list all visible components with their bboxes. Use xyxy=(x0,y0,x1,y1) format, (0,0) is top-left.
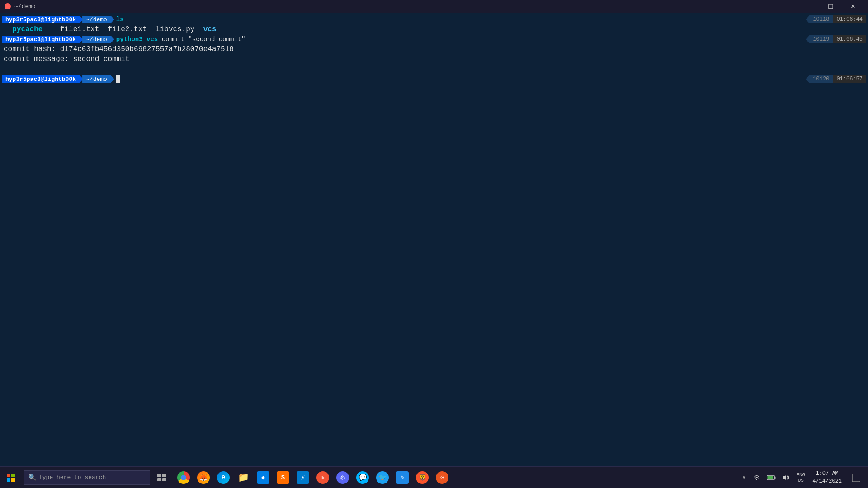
line-num-1: 10118 xyxy=(806,15,833,23)
git-icon: ❋ xyxy=(316,471,329,484)
prompt-user-1: hyp3r5pac3@lightb00k xyxy=(2,16,83,23)
line-time-1: 01:06:44 xyxy=(833,15,866,23)
terminal-line-1: hyp3r5pac3@lightb00k ~/demo ls 10118 01:… xyxy=(2,14,866,24)
windows-icon xyxy=(6,473,15,482)
file-libvcs: libvcs.py xyxy=(156,25,194,33)
terminal-window[interactable]: ~/demo — ☐ ✕ hyp3r5pac3@lightb00k ~/demo… xyxy=(0,0,868,447)
commit-message-text: commit message: second commit xyxy=(4,55,129,63)
start-button[interactable] xyxy=(0,467,22,488)
tray-network[interactable] xyxy=(750,468,764,488)
search-placeholder-text: Type here to search xyxy=(39,474,106,481)
region-text: US xyxy=(798,478,804,483)
prompt-user-3: hyp3r5pac3@lightb00k xyxy=(2,36,83,43)
taskbar-sublime[interactable]: S xyxy=(273,467,293,488)
taskbar-chrome[interactable] xyxy=(174,467,193,488)
svg-rect-5 xyxy=(162,474,166,477)
clock-date: 4/14/2021 xyxy=(812,478,842,485)
notification-icon xyxy=(852,474,860,482)
tray-clock[interactable]: 1:07 AM 4/14/2021 xyxy=(809,467,845,488)
dropbox-icon: ◆ xyxy=(257,471,269,484)
discord-icon: ⚙ xyxy=(336,471,349,484)
commit-hash-text: commit hash: d174c63fb456d350b69827557a7… xyxy=(4,45,234,53)
taskbar-twitter[interactable]: 🐦 xyxy=(373,467,392,488)
line-meta-3: 10119 01:06:45 xyxy=(806,35,866,43)
line-num-3: 10119 xyxy=(806,35,833,43)
window-title: ~/demo xyxy=(14,3,36,10)
svg-rect-1 xyxy=(11,474,15,477)
line-meta-7: 10120 01:06:57 xyxy=(806,75,866,83)
language-text: ENG xyxy=(796,472,805,478)
edge-icon: e xyxy=(217,471,230,484)
file-file2: file2.txt xyxy=(108,25,146,33)
chevron-up-icon: ∧ xyxy=(742,474,745,481)
tray-language[interactable]: ENG US xyxy=(793,467,808,488)
taskbar-brave[interactable]: 🦁 xyxy=(412,467,432,488)
tray-battery[interactable] xyxy=(764,468,778,488)
tray-expand[interactable]: ∧ xyxy=(738,468,749,488)
task-view-icon xyxy=(157,474,166,481)
messenger-icon: 💬 xyxy=(356,471,369,484)
maximize-button[interactable]: ☐ xyxy=(820,0,841,13)
taskbar-gitapp[interactable]: ❋ xyxy=(313,467,333,488)
active-cursor[interactable] xyxy=(116,75,120,83)
cmd-ls: ls xyxy=(116,16,124,23)
svg-rect-9 xyxy=(775,476,776,479)
svg-rect-6 xyxy=(157,478,161,481)
line-meta-1: 10118 01:06:44 xyxy=(806,15,866,23)
taskbar-ubuntu[interactable]: ⊙ xyxy=(432,467,452,488)
prompt-3: hyp3r5pac3@lightb00k ~/demo xyxy=(2,36,114,43)
task-view-button[interactable] xyxy=(152,467,172,488)
minimize-button[interactable]: — xyxy=(797,0,818,13)
file-file1: file1.txt xyxy=(60,25,99,33)
terminal-body[interactable]: hyp3r5pac3@lightb00k ~/demo ls 10118 01:… xyxy=(0,13,868,86)
terminal-line-4: commit hash: d174c63fb456d350b69827557a7… xyxy=(2,44,866,54)
title-bar: ~/demo — ☐ ✕ xyxy=(0,0,868,13)
terminal-icon xyxy=(5,3,11,9)
battery-icon xyxy=(767,475,776,480)
sublime-icon: S xyxy=(277,471,289,484)
brave-icon: 🦁 xyxy=(416,471,429,484)
prompt-7: hyp3r5pac3@lightb00k ~/demo xyxy=(2,75,114,83)
svg-rect-4 xyxy=(157,474,161,477)
taskbar-messenger[interactable]: 💬 xyxy=(353,467,373,488)
vscode-icon: ⚡ xyxy=(297,471,309,484)
taskbar-joplin[interactable]: ✎ xyxy=(392,467,412,488)
volume-icon xyxy=(782,474,789,481)
taskbar-edge[interactable]: e xyxy=(213,467,233,488)
svg-rect-0 xyxy=(7,474,10,477)
twitter-icon: 🐦 xyxy=(376,471,389,484)
cursor-block xyxy=(116,75,120,83)
taskbar-search[interactable]: 🔍 Type here to search xyxy=(24,470,150,485)
empty-line xyxy=(4,65,8,73)
prompt-user-7: hyp3r5pac3@lightb00k xyxy=(2,75,83,83)
svg-rect-3 xyxy=(11,478,15,482)
tray-volume[interactable] xyxy=(779,468,793,488)
svg-rect-7 xyxy=(162,478,166,481)
taskbar-firefox[interactable]: 🦊 xyxy=(193,467,213,488)
prompt-dir-3: ~/demo xyxy=(82,36,114,43)
line-time-7: 01:06:57 xyxy=(833,75,866,83)
terminal-line-7[interactable]: hyp3r5pac3@lightb00k ~/demo 10120 01:06:… xyxy=(2,74,866,84)
ubuntu-icon: ⊙ xyxy=(436,471,448,484)
wifi-icon xyxy=(753,474,760,481)
command-3: python3 vcs commit "second commit" xyxy=(116,36,245,43)
firefox-icon: 🦊 xyxy=(197,471,210,484)
line-time-3: 01:06:45 xyxy=(833,35,866,43)
taskbar-apps: 🦊 e 📁 ◆ S ⚡ ❋ ⚙ 💬 xyxy=(174,467,452,488)
title-bar-left: ~/demo xyxy=(5,3,36,10)
taskbar-dropbox[interactable]: ◆ xyxy=(253,467,273,488)
terminal-line-6 xyxy=(2,64,866,74)
terminal-line-3: hyp3r5pac3@lightb00k ~/demo python3 vcs … xyxy=(2,34,866,44)
joplin-icon: ✎ xyxy=(396,471,409,484)
terminal-line-5: commit message: second commit xyxy=(2,54,866,64)
svg-marker-11 xyxy=(783,475,786,480)
window-controls: — ☐ ✕ xyxy=(797,0,863,13)
files-icon: 📁 xyxy=(237,471,250,484)
taskbar-files[interactable]: 📁 xyxy=(233,467,253,488)
taskbar-discord[interactable]: ⚙ xyxy=(333,467,353,488)
close-button[interactable]: ✕ xyxy=(843,0,863,13)
tray-notification[interactable] xyxy=(846,467,866,488)
taskbar-vscode[interactable]: ⚡ xyxy=(293,467,313,488)
svg-rect-10 xyxy=(768,476,773,479)
search-icon: 🔍 xyxy=(28,474,36,481)
